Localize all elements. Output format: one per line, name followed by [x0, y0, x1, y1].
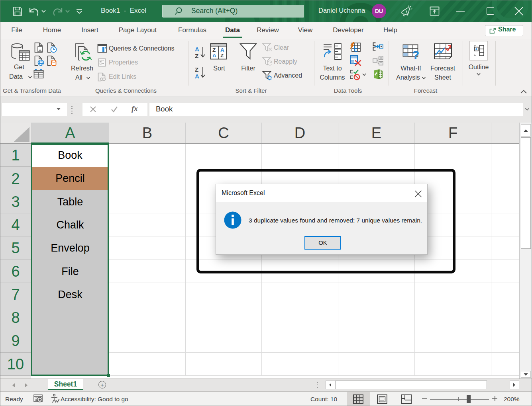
svg-text:A: A [212, 53, 216, 59]
svg-text:Z: Z [195, 66, 198, 73]
svg-text:?: ? [412, 48, 419, 61]
svg-text:Z: Z [220, 53, 224, 59]
svg-text:Z: Z [195, 53, 198, 59]
svg-text:A: A [195, 46, 199, 53]
svg-text:A: A [220, 47, 224, 53]
svg-text:A: A [195, 73, 199, 79]
svg-text:Z: Z [212, 47, 216, 53]
